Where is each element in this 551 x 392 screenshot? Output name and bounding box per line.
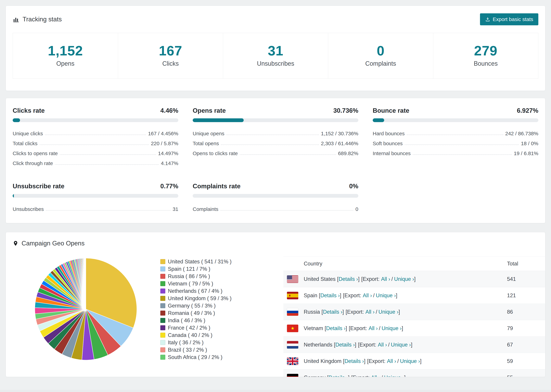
export-all-link[interactable]: All › <box>366 309 374 315</box>
geo-table-row: Russia[Details ›][Export:All ›/Unique ›]… <box>283 304 545 320</box>
legend-color-swatch <box>160 281 165 286</box>
legend-label: Brazil ( 33 / 2% ) <box>168 347 207 353</box>
legend-item: Netherlands ( 67 / 4% ) <box>160 287 283 295</box>
bracket: ] <box>402 325 403 331</box>
dotted-leader <box>405 145 519 145</box>
export-basic-stats-button[interactable]: Export basic stats <box>480 13 538 25</box>
slash-separator: / <box>381 375 383 377</box>
rate-header: Opens rate 30.736% <box>193 107 358 114</box>
export-all-link[interactable]: All › <box>371 375 380 377</box>
export-all-link[interactable]: All › <box>381 276 390 282</box>
rate-progress-bar <box>193 118 358 122</box>
bracket: ] <box>404 375 406 377</box>
rate-title: Clicks rate <box>13 107 45 114</box>
bracket: ] <box>411 342 412 348</box>
geo-table-column: Country Total United States[Details ›][E… <box>283 257 545 377</box>
rate-stat-label: Click through rate <box>13 161 53 166</box>
rate-stat-value: 31 <box>173 206 178 212</box>
rate-progress-fill <box>193 118 244 122</box>
rate-progress-bar <box>13 118 178 122</box>
bracket: [ <box>337 276 339 282</box>
rate-stat-label: Soft bounces <box>373 140 403 147</box>
rate-stat-value: 2,303 / 61.446% <box>321 140 358 147</box>
export-unique-link[interactable]: Unique › <box>391 342 411 348</box>
export-all-link[interactable]: All › <box>369 325 378 331</box>
slash-separator: / <box>391 276 393 282</box>
export-unique-link[interactable]: Unique › <box>381 325 402 331</box>
export-unique-link[interactable]: Unique › <box>379 309 399 315</box>
stat-label: Unsubscribes <box>225 60 326 67</box>
geo-opens-title-text: Campaign Geo Opens <box>21 240 85 247</box>
rate-progress-fill <box>373 118 384 122</box>
geo-opens-header: Campaign Geo Opens <box>6 232 545 247</box>
dotted-leader <box>46 210 171 210</box>
country-cell: Germany[Details ›][Export:All ›/Unique ›… <box>304 369 507 377</box>
rates-grid: Clicks rate 4.46% Unique clicks 167 / 4.… <box>13 107 538 212</box>
country-total: 86 <box>507 304 545 320</box>
country-column-header: Country <box>283 257 507 271</box>
export-all-link[interactable]: All › <box>363 293 372 298</box>
details-link[interactable]: Details › <box>320 293 340 298</box>
bracket: ] <box>355 342 356 348</box>
bar-chart-icon <box>13 16 20 23</box>
stat-box: 279 Bounces <box>433 33 538 78</box>
rate-rows: Unique clicks 167 / 4.456% Total clicks … <box>13 126 178 166</box>
geo-table-row: Netherlands[Details ›][Export:All ›/Uniq… <box>283 336 545 353</box>
country-name: Netherlands <box>304 342 332 348</box>
legend-item: Spain ( 121 / 7% ) <box>160 265 283 273</box>
export-unique-link[interactable]: Unique › <box>400 358 420 364</box>
legend-color-swatch <box>160 311 165 315</box>
flag-cell <box>283 320 304 336</box>
legend-color-swatch <box>160 347 165 352</box>
details-link[interactable]: Details › <box>335 342 355 348</box>
export-download-icon <box>485 17 490 22</box>
dotted-leader <box>60 154 156 155</box>
country-total: 79 <box>507 320 545 336</box>
country-name: United Kingdom <box>304 358 342 364</box>
legend-label: Romania ( 49 / 3% ) <box>168 310 215 316</box>
rate-section: Clicks rate 4.46% Unique clicks 167 / 4.… <box>13 107 178 166</box>
rate-stat-label: Unique clicks <box>13 131 43 136</box>
details-link[interactable]: Details › <box>326 325 346 331</box>
details-link[interactable]: Details › <box>345 358 364 364</box>
geo-table-header-row: Country Total <box>283 257 545 271</box>
export-all-link[interactable]: All › <box>387 358 396 364</box>
geo-opens-table: Country Total United States[Details ›][E… <box>283 257 545 377</box>
rate-stat-row: Soft bounces 18 / 0% <box>373 136 538 147</box>
flag-us-icon <box>287 275 298 283</box>
legend-item: Vietnam ( 79 / 5% ) <box>160 280 283 287</box>
dotted-leader <box>407 135 503 135</box>
stat-value: 279 <box>435 44 537 58</box>
legend-label: United States ( 541 / 31% ) <box>168 259 232 265</box>
country-cell: United States[Details ›][Export:All ›/Un… <box>304 271 507 287</box>
legend-item: Germany ( 55 / 3% ) <box>160 302 283 309</box>
stat-box: 1,152 Opens <box>13 33 118 78</box>
bracket: ] <box>340 293 341 298</box>
rate-stat-row: Click through rate 4.147% <box>13 156 178 166</box>
legend-color-swatch <box>160 333 165 338</box>
legend-item: United Kingdom ( 59 / 3% ) <box>160 295 283 302</box>
rate-stat-row: Total clicks 220 / 5.87% <box>13 136 178 147</box>
legend-color-swatch <box>160 296 165 301</box>
rate-rows: Complaints 0 <box>193 202 358 212</box>
details-link[interactable]: Details › <box>323 309 342 315</box>
flag-gb-icon <box>287 357 298 365</box>
export-all-link[interactable]: All › <box>378 342 387 348</box>
rate-percent: 30.736% <box>333 107 358 114</box>
flag-cell <box>283 336 304 353</box>
rate-stat-value: 220 / 5.87% <box>151 140 178 147</box>
dotted-leader <box>413 154 512 155</box>
details-link[interactable]: Details › <box>339 276 358 282</box>
export-unique-link[interactable]: Unique › <box>376 293 396 298</box>
flag-de-icon <box>287 374 298 377</box>
stat-value: 0 <box>330 44 431 58</box>
export-unique-link[interactable]: Unique › <box>384 375 404 377</box>
rate-header: Bounce rate 6.927% <box>373 107 538 114</box>
details-link[interactable]: Details › <box>329 375 348 377</box>
rate-title: Bounce rate <box>373 107 409 114</box>
rate-stat-row: Opens to clicks rate 689.82% <box>193 147 358 156</box>
export-unique-link[interactable]: Unique › <box>394 276 414 282</box>
legend-label: South Africa ( 29 / 2% ) <box>168 354 222 360</box>
stat-label: Opens <box>14 60 116 67</box>
country-name: Germany <box>304 375 325 377</box>
